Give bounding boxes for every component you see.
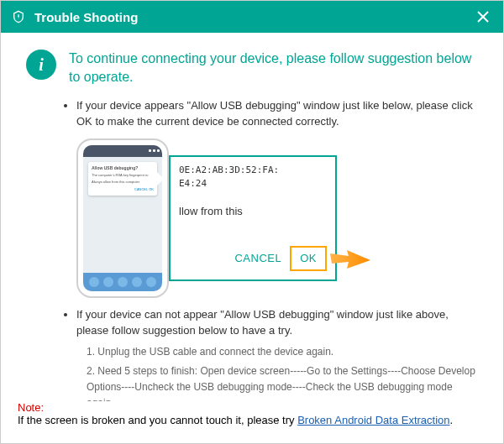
instruction-1-text: If your device appears "Allow USB debugg…: [76, 99, 473, 128]
allow-text: llow from this: [179, 203, 327, 220]
instruction-2-text: If your device can not appear "Allow USB…: [76, 308, 449, 337]
fingerprint-line2: E4:24: [179, 177, 327, 191]
footer-note: Note: If the screen is broken and you ca…: [1, 401, 503, 443]
phone-dialog-check: Always allow from this computer: [92, 180, 154, 185]
titlebar: Trouble Shooting: [1, 1, 503, 33]
broken-android-link[interactable]: Broken Android Data Extraction: [297, 414, 449, 426]
phone-dialog-actions: CANCEL OK: [92, 187, 154, 192]
note-label: Note:: [18, 401, 44, 414]
phone-mockup: Allow USB debugging? The computer's RSA …: [76, 138, 169, 298]
pointer-arrow-icon: [328, 245, 370, 274]
header-text: To continue connecting your device, plea…: [69, 50, 478, 87]
usb-debugging-callout: 0E:A2:AB:3D:52:FA: E4:24 llow from this …: [169, 155, 337, 281]
shield-icon: [11, 9, 26, 24]
note-text: If the screen is broken and you cannot t…: [18, 414, 297, 426]
ok-button-illustration: OK: [290, 246, 327, 271]
instruction-list: If your device appears "Allow USB debugg…: [26, 97, 478, 401]
phone-dialog-title: Allow USB debugging?: [92, 165, 154, 172]
phone-dialog-bubble: Allow USB debugging? The computer's RSA …: [88, 162, 157, 196]
cancel-button-illustration: CANCEL: [234, 250, 281, 267]
illustration: Allow USB debugging? The computer's RSA …: [76, 138, 478, 298]
phone-dialog-body: The computer's RSA key fingerprint is:: [92, 173, 154, 178]
note-after: .: [450, 414, 454, 426]
content-area: i To continue connecting your device, pl…: [1, 33, 503, 401]
instruction-item-2: If your device can not appear "Allow USB…: [76, 306, 478, 401]
phone-dock: [83, 273, 162, 291]
close-button[interactable]: [473, 7, 493, 27]
dialog-title: Trouble Shooting: [34, 10, 473, 24]
info-icon: i: [26, 50, 56, 80]
instruction-item-1: If your device appears "Allow USB debugg…: [76, 97, 478, 298]
svg-marker-2: [330, 250, 370, 269]
fingerprint-line1: 0E:A2:AB:3D:52:FA:: [179, 164, 327, 178]
substep-1: 1. Unplug the USB cable and connect the …: [87, 344, 478, 360]
sub-steps: 1. Unplug the USB cable and connect the …: [76, 344, 478, 401]
troubleshooting-dialog: Trouble Shooting i To continue connectin…: [0, 0, 504, 444]
phone-statusbar: [83, 145, 162, 157]
substep-2: 2. Need 5 steps to finish: Open device s…: [87, 363, 478, 401]
